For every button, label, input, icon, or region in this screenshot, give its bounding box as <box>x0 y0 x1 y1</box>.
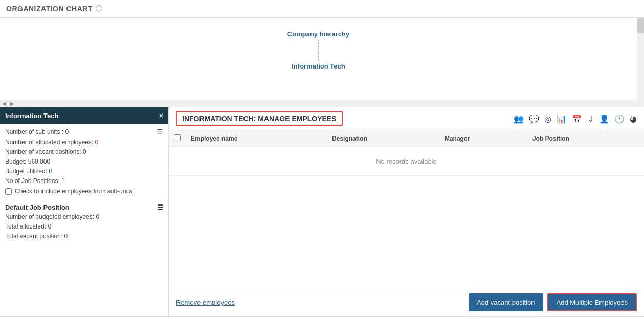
info-tech-node[interactable]: Information Tech <box>286 60 350 72</box>
add-vacant-position-button[interactable]: Add vacant position <box>469 293 543 311</box>
action-buttons: Add vacant position Add Multiple Employe… <box>469 293 637 311</box>
budgeted-label: Number of budgeted employees: 0 <box>5 213 99 220</box>
total-vacant-row: Total vacant position: 0 <box>5 233 163 240</box>
chat-icon[interactable]: 💬 <box>529 114 539 124</box>
vertical-scrollbar[interactable] <box>637 18 644 107</box>
scroll-left-arrow[interactable]: ◀ <box>0 101 8 106</box>
sub-units-row: Number of sub units : 0 ☰ <box>5 128 163 136</box>
people-icon[interactable]: 👥 <box>514 114 524 124</box>
hierarchy-content: Company hierarchy Information Tech <box>0 18 637 72</box>
section-divider <box>5 199 163 199</box>
close-button[interactable]: × <box>159 111 163 120</box>
total-vacant-value: 0 <box>64 233 68 240</box>
main-area: Information Tech × Number of sub units :… <box>0 107 644 316</box>
include-subunits-row: Check to include employees from sub-unit… <box>5 188 163 195</box>
section-title-text: Default Job Position <box>5 203 70 211</box>
section-menu-icon[interactable]: ☰ <box>157 203 163 211</box>
hierarchy-area: Company hierarchy Information Tech ◀ ▶ <box>0 18 644 107</box>
left-panel-header: Information Tech × <box>0 107 168 124</box>
default-job-section-title: Default Job Position ☰ <box>5 203 163 211</box>
left-panel-body: Number of sub units : 0 ☰ Number of allo… <box>0 124 168 316</box>
left-panel-title: Information Tech <box>5 112 58 120</box>
vacant-positions-row: Number of vacant positions: 0 <box>5 148 163 155</box>
page-header: ORGANIZATION CHART ⓘ <box>0 0 644 18</box>
no-records-row: No records available <box>169 147 644 176</box>
sub-units-label: Number of sub units : 0 <box>5 128 69 135</box>
include-subunits-checkbox[interactable] <box>5 188 12 195</box>
pie-chart-icon[interactable]: ◕ <box>630 114 637 124</box>
manage-title: INFORMATION TECH: MANAGE EMPLOYEES <box>176 111 343 126</box>
allocated-label: Number of allocated employees: <box>5 139 95 146</box>
right-panel: INFORMATION TECH: MANAGE EMPLOYEES 👥 💬 ◎… <box>169 107 644 316</box>
total-allocated-value: 0 <box>48 223 51 230</box>
col-manager: Manager <box>439 130 527 147</box>
budget-label: Budget: 560,000 <box>5 158 50 165</box>
table-header-row: Employee name Designation Manager Job Po… <box>169 130 644 147</box>
calendar-icon[interactable]: 📅 <box>572 114 582 124</box>
add-multiple-employees-button[interactable]: Add Multiple Employees <box>547 293 637 311</box>
total-allocated-label: Total allocated: <box>5 223 48 230</box>
job-positions-row: No of Job Positions: 1 <box>5 177 163 185</box>
help-icon[interactable]: ⓘ <box>96 4 102 13</box>
sub-units-menu-icon[interactable]: ☰ <box>157 128 163 136</box>
download-icon[interactable]: ⇓ <box>587 114 594 124</box>
default-job-body: Number of budgeted employees: 0 Total al… <box>5 213 163 240</box>
person-add-icon[interactable]: 👤 <box>599 114 609 124</box>
budget-utilized-label: Budget utilized: <box>5 168 49 175</box>
horizontal-scrollbar[interactable]: ◀ ▶ <box>0 100 637 107</box>
col-designation: Designation <box>327 130 439 147</box>
page-title: ORGANIZATION CHART <box>6 5 93 13</box>
total-vacant-label: Total vacant position: <box>5 233 64 240</box>
employee-table-area: Employee name Designation Manager Job Po… <box>169 130 644 288</box>
total-allocated-row: Total allocated: 0 <box>5 223 163 230</box>
toolbar-icons: 👥 💬 ◎ 📊 📅 ⇓ 👤 🕐 ◕ <box>514 114 637 124</box>
col-job-position: Job Position <box>527 130 644 147</box>
budget-utilized-row: Budget utilized: 0 <box>5 168 163 175</box>
remove-employees-link[interactable]: Remove employees <box>176 299 235 306</box>
budget-row: Budget: 560,000 <box>5 158 163 165</box>
left-panel: Information Tech × Number of sub units :… <box>0 107 169 316</box>
scroll-right-arrow[interactable]: ▶ <box>8 101 16 106</box>
job-positions-label: No of Job Positions: 1 <box>5 177 65 185</box>
no-records-cell: No records available <box>169 147 644 176</box>
budgeted-employees-row: Number of budgeted employees: 0 <box>5 213 163 220</box>
allocated-value: 0 <box>95 139 98 146</box>
scrollbar-thumb[interactable] <box>637 18 644 33</box>
company-hierarchy-node[interactable]: Company hierarchy <box>282 28 354 40</box>
select-all-checkbox[interactable] <box>174 134 181 141</box>
select-all-col <box>169 130 186 147</box>
clock-icon[interactable]: 🕐 <box>614 114 625 124</box>
include-subunits-label: Check to include employees from sub-unit… <box>15 188 132 195</box>
allocated-employees-row: Number of allocated employees: 0 <box>5 139 163 146</box>
target-icon[interactable]: ◎ <box>544 114 551 124</box>
done-bar: Done <box>0 316 644 319</box>
budget-utilized-value: 0 <box>49 168 52 175</box>
employee-table: Employee name Designation Manager Job Po… <box>169 130 644 176</box>
vacant-label: Number of vacant positions: 0 <box>5 148 86 155</box>
col-employee-name: Employee name <box>186 130 327 147</box>
action-bar: Remove employees Add vacant position Add… <box>169 288 644 316</box>
chart-icon[interactable]: 📊 <box>557 114 567 124</box>
hierarchy-connector-line <box>318 40 319 60</box>
right-panel-header: INFORMATION TECH: MANAGE EMPLOYEES 👥 💬 ◎… <box>169 107 644 130</box>
